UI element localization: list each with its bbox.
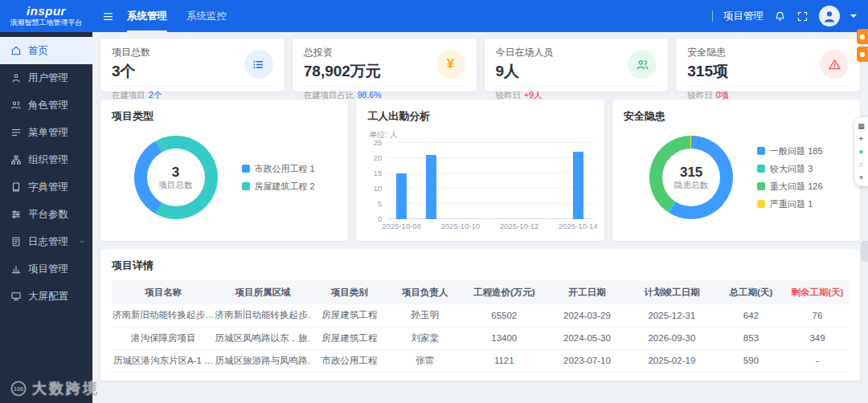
sidebar-item-log-management[interactable]: 日志管理 [0, 228, 92, 255]
legend-item[interactable]: 严重问题 1 [757, 198, 822, 210]
table-col-header: 项目所属区域 [215, 280, 310, 304]
table-row[interactable]: 济南新旧动能转换起步…济南新旧动能转换起步…房屋建筑工程孙玉明655022024… [112, 304, 849, 327]
legend-swatch-icon [757, 147, 765, 155]
stat-footer-value: 2个 [149, 90, 162, 101]
topbar-project-management[interactable]: 项目管理 [723, 10, 764, 23]
chart-legend: 市政公用工程 1房屋建筑工程 2 [242, 163, 315, 193]
plus-icon[interactable]: + [859, 135, 863, 143]
sidebar-item-org-management[interactable]: 组织管理 [0, 146, 92, 173]
bar-slot [416, 143, 446, 219]
pie-chart: 3 项目总数 [134, 136, 218, 219]
brand-logo: inspur [27, 5, 66, 18]
collapse-menu-icon[interactable] [102, 10, 114, 22]
bars [387, 143, 592, 219]
y-tick-label: 15 [374, 169, 383, 177]
donut-chart: 3 项目总数 市政公用工程 1房屋建筑工程 2 [112, 124, 337, 231]
donut-value: 3 [172, 165, 179, 180]
sidebar-item-project-management[interactable]: 项目管理 [0, 255, 92, 283]
sidebar-item-dict-management[interactable]: 字典管理 [0, 173, 92, 201]
sidebar-item-label: 字典管理 [28, 181, 68, 194]
extension-badge[interactable] [857, 29, 868, 44]
tab-system-management[interactable]: 系统管理 [127, 0, 167, 32]
table-row[interactable]: 港沟保障房项目历城区凤鸣路以东，旅…房屋建筑工程刘家棠134002024-05-… [112, 327, 849, 349]
pie-chart: 315 隐患总数 [649, 136, 733, 219]
legend-swatch-icon [242, 182, 250, 190]
sidebar-item-role-management[interactable]: 角色管理 [0, 92, 92, 119]
stat-card-personnel: 今日在场人员 9人 较昨日 +9人 [485, 39, 669, 92]
table-cell: 2023-07-10 [547, 349, 628, 372]
legend-item[interactable]: 一般问题 185 [757, 145, 822, 157]
table-cell: 349 [786, 327, 849, 349]
table-cell: 590 [716, 349, 786, 372]
topbar: inspur 浪潮智慧工地管理平台 系统管理系统监控 项目管理 [0, 0, 868, 32]
table-title: 项目详情 [112, 258, 849, 273]
project-icon [10, 263, 22, 275]
topbar-right: 项目管理 [712, 6, 868, 26]
bell-icon[interactable] [774, 10, 786, 22]
bar-chart: 0510152025 [367, 143, 592, 219]
sidebar-item-user-management[interactable]: 用户管理 [0, 64, 92, 92]
legend-item[interactable]: 市政公用工程 1 [242, 163, 315, 175]
table-col-header: 项目类别 [311, 280, 388, 304]
chart-card-attendance: 工人出勤分析 单位: 人 0510152025 2025-10-082025-1… [356, 100, 604, 241]
avatar[interactable] [819, 6, 840, 26]
chevron-down-icon[interactable] [850, 14, 857, 21]
y-tick-label: 20 [374, 153, 383, 162]
legend-item[interactable]: 较大问题 3 [757, 163, 822, 175]
y-tick-label: 10 [374, 184, 383, 193]
legend-item[interactable]: 重大问题 126 [757, 181, 822, 193]
extension-badge[interactable] [857, 47, 868, 62]
stat-footer-label: 较昨日 [687, 90, 713, 101]
user-icon [10, 72, 22, 83]
bar-slot [563, 143, 593, 219]
extension-handle[interactable] [861, 241, 868, 262]
home-icon [10, 45, 22, 56]
chart-unit-label: 单位: 人 [369, 129, 592, 140]
donut-value: 315 [680, 165, 702, 180]
sidebar-item-label: 角色管理 [28, 99, 68, 112]
charts-row: 项目类型 3 项目总数 市政公用工程 1房屋建筑工程 2 工人出勤分析 单位: … [100, 100, 860, 241]
stat-footer: 较昨日 0项 [687, 86, 849, 101]
bar-slot [505, 143, 534, 219]
screen-icon [10, 291, 22, 302]
table-cell: 港沟保障房项目 [112, 327, 215, 349]
sidebar-item-menu-management[interactable]: 菜单管理 [0, 119, 92, 146]
fullscreen-icon[interactable] [796, 10, 809, 22]
donut-center: 315 隐患总数 [662, 149, 720, 206]
donut-label: 项目总数 [159, 180, 193, 191]
sidebar-item-label: 平台参数 [28, 208, 68, 222]
sidebar-item-label: 项目管理 [28, 263, 68, 276]
legend-item[interactable]: 房屋建筑工程 2 [242, 181, 315, 193]
brand-subtitle: 浪潮智慧工地管理平台 [10, 18, 82, 26]
stat-footer: 在建项目占比 98.6% [304, 86, 465, 101]
stat-footer-label: 在建项目占比 [304, 90, 354, 101]
sidebar: 首页用户管理角色管理菜单管理组织管理字典管理平台参数日志管理项目管理大屏配置 [0, 32, 92, 403]
plot-area [387, 143, 592, 219]
sidebar-item-label: 首页 [28, 44, 48, 58]
x-tick-label: 2025-10-14 [559, 222, 598, 230]
legend-label: 一般问题 185 [770, 145, 822, 157]
record-icon[interactable]: ● [859, 148, 863, 156]
legend-label: 房屋建筑工程 2 [255, 181, 315, 193]
chevron-down-icon[interactable]: ▾ [859, 173, 863, 181]
bar [573, 152, 583, 219]
circle-icon[interactable]: ○ [859, 161, 863, 169]
stat-card-hazards: 安全隐患 315项 较昨日 0项 [676, 39, 860, 92]
tab-system-monitor[interactable]: 系统监控 [186, 0, 227, 32]
table-cell: 2026-09-30 [628, 327, 716, 349]
org-icon [10, 154, 22, 165]
sidebar-item-screen-config[interactable]: 大屏配置 [0, 283, 92, 310]
chart-title: 工人出勤分析 [367, 109, 592, 124]
bar [426, 155, 436, 219]
menu-icon [10, 127, 22, 138]
table-cell: 济南新旧动能转换起步… [215, 304, 310, 327]
sidebar-item-label: 组织管理 [28, 153, 68, 167]
grid-icon[interactable]: ▦ [858, 122, 865, 130]
sidebar-item-platform-params[interactable]: 平台参数 [0, 201, 92, 228]
sidebar-item-home[interactable]: 首页 [0, 37, 92, 64]
stat-footer-label: 在建项目 [112, 90, 145, 101]
table-cell: 13400 [462, 327, 547, 349]
bar-slot [534, 143, 563, 219]
table-cell: 市政公用工程 [311, 349, 388, 372]
table-row[interactable]: 历城区港沟东片区A-1 …历城区旅游路与凤鸣路…市政公用工程张雷11212023… [112, 349, 849, 372]
